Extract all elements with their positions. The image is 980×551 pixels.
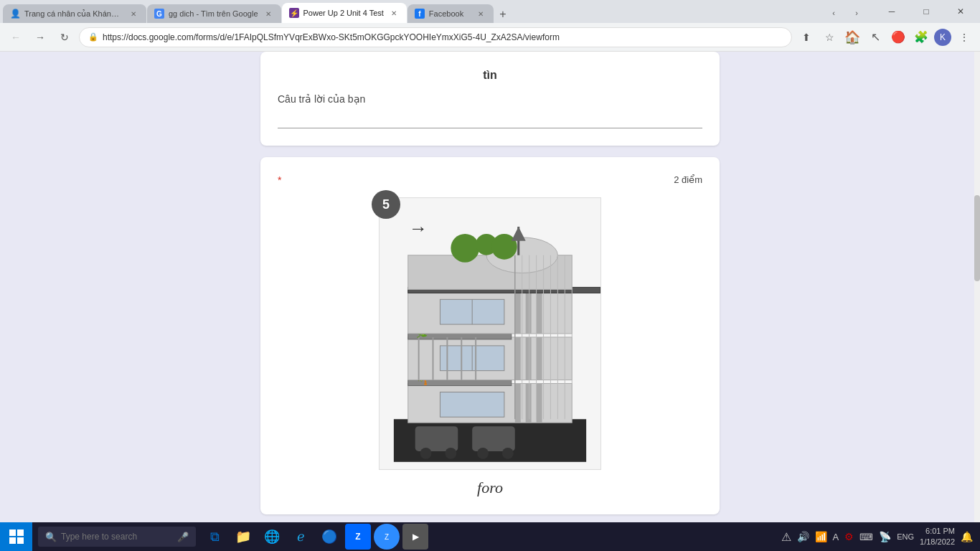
zoom-icon[interactable]: Z — [374, 524, 400, 550]
chrome-icon[interactable]: 🔵 — [316, 524, 342, 550]
task-view-icon[interactable]: ⧉ — [202, 524, 227, 550]
tab-1[interactable]: 👤 Trang cá nhân của Khánh Vy Phu... ✕ — [3, 4, 146, 23]
card-top-partial: tìn Câu trả lời của bạn — [260, 52, 720, 146]
tab-3-favicon: ⚡ — [289, 8, 299, 18]
svg-point-4 — [420, 448, 432, 459]
ie-icon[interactable]: ℯ — [288, 524, 314, 550]
taskbar: 🔍 🎤 ⧉ 📁 🌐 ℯ 🔵 Z Z ▶ ⚠ 🔊 📶 A ⚙ ⌨ 📡 ENG 6:… — [0, 522, 980, 551]
taskbar-clock[interactable]: 6:01 PM 1/18/2022 — [920, 526, 955, 548]
start-button[interactable] — [0, 522, 32, 551]
microphone-icon: 🎤 — [177, 532, 189, 542]
image-wrapper: 5 → — [379, 197, 601, 470]
page-content: tìn Câu trả lời của bạn * 2 điểm 5 → — [0, 52, 980, 522]
window-controls: ─ □ ✕ — [875, 0, 980, 23]
svg-rect-2 — [415, 426, 458, 451]
wifi-icon[interactable]: 📡 — [879, 531, 891, 542]
cursor-icon[interactable]: ↖ — [865, 27, 885, 47]
tab-4-favicon: f — [415, 9, 425, 19]
lock-icon: 🔒 — [88, 32, 98, 42]
keyboard-icon[interactable]: ⌨ — [859, 532, 873, 542]
answer-input-top[interactable] — [278, 110, 702, 128]
notification-icon[interactable]: ⚠ — [781, 530, 791, 544]
svg-rect-33 — [537, 291, 542, 334]
tab-1-title: Trang cá nhân của Khánh Vy Phu... — [24, 9, 123, 19]
svg-point-7 — [502, 448, 514, 459]
tab-3-active[interactable]: ⚡ Power Up 2 Unit 4 Test ✕ — [282, 3, 407, 23]
tab-4-title: Facebook — [429, 9, 471, 18]
forward-button[interactable]: → — [30, 27, 50, 47]
tab-1-close[interactable]: ✕ — [128, 8, 139, 19]
tab-2-close[interactable]: ✕ — [263, 8, 274, 19]
back-button[interactable]: ← — [6, 27, 26, 47]
network-icon[interactable]: 📶 — [815, 531, 827, 542]
svg-rect-11 — [526, 384, 532, 423]
tab-2-favicon: G — [154, 9, 164, 19]
menu-icon[interactable]: ⋮ — [954, 27, 974, 47]
svg-rect-3 — [472, 426, 515, 451]
tab-2-title: gg dich - Tìm trên Google — [169, 9, 258, 18]
file-explorer-icon[interactable]: 📁 — [230, 524, 256, 550]
address-bar-right: ⬆ ☆ 🏠 ↖ 🔴 🧩 K ⋮ — [796, 27, 974, 47]
scrollbar[interactable] — [974, 52, 980, 522]
svg-point-5 — [445, 448, 456, 459]
new-tab-button[interactable]: + — [494, 6, 512, 23]
question-image-container: 5 → — [278, 197, 702, 497]
zalo-icon[interactable]: Z — [345, 524, 371, 550]
svg-point-37 — [451, 234, 479, 263]
taskbar-right: ⚠ 🔊 📶 A ⚙ ⌨ 📡 ENG 6:01 PM 1/18/2022 🔔 — [781, 526, 980, 548]
svg-rect-20 — [537, 337, 542, 380]
volume-icon[interactable]: 🔊 — [797, 531, 809, 542]
antivirus-icon[interactable]: ⚙ — [844, 531, 854, 542]
svg-point-6 — [477, 448, 489, 459]
taskbar-apps: ⧉ 📁 🌐 ℯ 🔵 Z Z ▶ — [202, 524, 428, 550]
tab-scroll-left[interactable]: ‹ — [824, 3, 844, 23]
bookmark-icon[interactable]: ☆ — [819, 27, 839, 47]
answer-label: Câu trả lời của bạn — [278, 93, 702, 105]
scrollbar-thumb[interactable] — [974, 195, 980, 281]
tab-1-favicon: 👤 — [10, 9, 20, 19]
profile-icon[interactable]: 🔴 — [888, 27, 908, 47]
points-badge: 2 điểm — [674, 174, 702, 185]
time-display: 6:01 PM — [920, 526, 955, 537]
tab-scroll-right[interactable]: › — [847, 3, 867, 23]
notifications-button[interactable]: 🔔 — [961, 531, 973, 542]
chrome-window: 👤 Trang cá nhân của Khánh Vy Phu... ✕ G … — [0, 0, 980, 522]
maximize-button[interactable]: □ — [910, 0, 943, 23]
avatar-icon[interactable]: K — [934, 29, 951, 46]
svg-rect-9 — [440, 392, 504, 417]
tabs-row: 👤 Trang cá nhân của Khánh Vy Phu... ✕ G … — [3, 0, 870, 23]
search-input[interactable] — [61, 532, 173, 542]
media-player-icon[interactable]: ▶ — [402, 524, 428, 550]
required-star: * — [278, 174, 281, 186]
url-bar[interactable]: 🔒 https://docs.google.com/forms/d/e/1FAI… — [79, 27, 792, 47]
image-caption: foro — [477, 479, 503, 497]
minimize-button[interactable]: ─ — [875, 0, 908, 23]
extension-icon-1[interactable]: 🏠 — [842, 27, 862, 47]
edge-icon[interactable]: 🌐 — [259, 524, 285, 550]
url-text: https://docs.google.com/forms/d/e/1FAIpQ… — [103, 32, 783, 42]
form-container: tìn Câu trả lời của bạn * 2 điểm 5 → — [260, 52, 720, 522]
tab-3-close[interactable]: ✕ — [388, 7, 400, 19]
search-icon: 🔍 — [45, 532, 57, 542]
close-button[interactable]: ✕ — [944, 0, 977, 23]
tab-2[interactable]: G gg dich - Tìm trên Google ✕ — [147, 4, 281, 23]
share-icon[interactable]: ⬆ — [796, 27, 816, 47]
extensions-icon[interactable]: 🧩 — [911, 27, 931, 47]
page-body: tìn Câu trả lời của bạn * 2 điểm 5 → — [0, 52, 980, 522]
ime-icon: A — [833, 532, 839, 542]
arrow-indicator: → — [409, 217, 428, 240]
tab-3-title: Power Up 2 Unit 4 Test — [303, 9, 384, 17]
svg-rect-18 — [515, 337, 521, 380]
svg-rect-12 — [537, 384, 542, 423]
tab-4[interactable]: f Facebook ✕ — [407, 4, 494, 23]
svg-rect-19 — [526, 337, 532, 380]
question-card: * 2 điểm 5 → — [260, 157, 720, 514]
taskbar-search[interactable]: 🔍 🎤 — [38, 527, 196, 547]
svg-rect-10 — [515, 384, 521, 423]
windows-logo — [9, 529, 24, 544]
title-bar: 👤 Trang cá nhân của Khánh Vy Phu... ✕ G … — [0, 0, 980, 23]
language-label: ENG — [897, 532, 914, 541]
reload-button[interactable]: ↻ — [55, 27, 75, 47]
partial-top-text: tìn — [278, 69, 702, 82]
tab-4-close[interactable]: ✕ — [475, 8, 486, 19]
